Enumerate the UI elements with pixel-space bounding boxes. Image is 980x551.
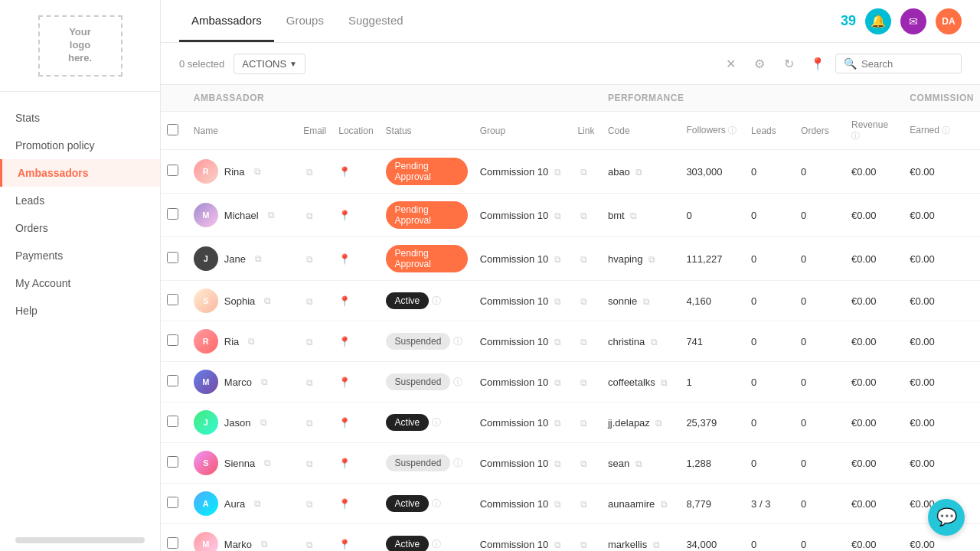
copy-code-icon[interactable]: ⧉ xyxy=(651,337,658,347)
status-badge[interactable]: Pending Approval xyxy=(386,245,468,272)
location-icon[interactable]: 📍 xyxy=(806,52,829,75)
row-checkbox[interactable] xyxy=(167,208,178,220)
row-checkbox[interactable] xyxy=(167,416,178,427)
copy-name-icon[interactable]: ⧉ xyxy=(254,166,261,177)
copy-group-icon[interactable]: ⧉ xyxy=(554,377,561,388)
bell-icon[interactable]: 🔔 xyxy=(865,8,891,34)
tab-ambassadors[interactable]: Ambassadors xyxy=(179,0,274,42)
row-checkbox[interactable] xyxy=(167,252,178,263)
copy-link-icon[interactable]: ⧉ xyxy=(580,167,587,178)
status-badge[interactable]: Pending Approval xyxy=(386,201,468,229)
copy-group-icon[interactable]: ⧉ xyxy=(554,167,561,178)
code-cell: christina ⧉ xyxy=(602,321,680,362)
copy-name-icon[interactable]: ⧉ xyxy=(255,253,262,264)
copy-link-icon[interactable]: ⧉ xyxy=(580,418,587,429)
copy-code-icon[interactable]: ⧉ xyxy=(655,418,662,429)
refresh-icon[interactable]: ↻ xyxy=(777,52,800,75)
chat-button[interactable]: 💬 xyxy=(928,499,965,536)
sidebar-item-ambassadors[interactable]: Ambassadors xyxy=(0,159,160,187)
copy-email-icon[interactable]: ⧉ xyxy=(306,296,313,307)
copy-email-icon[interactable]: ⧉ xyxy=(306,499,313,510)
search-input[interactable] xyxy=(861,58,953,70)
copy-name-icon[interactable]: ⧉ xyxy=(268,210,275,220)
status-badge[interactable]: Active xyxy=(386,495,430,512)
sidebar-item-payments[interactable]: Payments xyxy=(0,242,160,269)
copy-code-icon[interactable]: ⧉ xyxy=(653,540,660,550)
col-header-followers: Followers ⓘ xyxy=(680,112,745,150)
tab-groups[interactable]: Groups xyxy=(274,0,336,42)
close-icon[interactable]: ✕ xyxy=(719,52,742,75)
copy-email-icon[interactable]: ⧉ xyxy=(306,167,313,178)
copy-code-icon[interactable]: ⧉ xyxy=(643,296,650,307)
row-checkbox[interactable] xyxy=(167,537,178,549)
copy-group-icon[interactable]: ⧉ xyxy=(554,254,561,265)
copy-name-icon[interactable]: ⧉ xyxy=(261,377,268,387)
sidebar-item-my-account[interactable]: My Account xyxy=(0,269,160,297)
row-checkbox[interactable] xyxy=(167,375,178,386)
status-badge[interactable]: Suspended xyxy=(386,373,451,390)
copy-group-icon[interactable]: ⧉ xyxy=(554,499,561,510)
status-badge[interactable]: Suspended xyxy=(386,333,451,350)
revenue-value: €0.00 xyxy=(851,336,877,347)
row-checkbox[interactable] xyxy=(167,334,178,346)
copy-code-icon[interactable]: ⧉ xyxy=(630,210,637,221)
copy-link-icon[interactable]: ⧉ xyxy=(580,337,587,347)
select-all-checkbox[interactable] xyxy=(167,124,178,135)
copy-group-icon[interactable]: ⧉ xyxy=(554,540,561,550)
copy-email-icon[interactable]: ⧉ xyxy=(306,337,313,347)
copy-link-icon[interactable]: ⧉ xyxy=(580,254,587,265)
status-badge[interactable]: Suspended xyxy=(386,455,451,471)
copy-link-icon[interactable]: ⧉ xyxy=(580,210,587,221)
link-cell: ⧉ xyxy=(571,362,602,403)
row-checkbox-cell xyxy=(161,484,188,524)
copy-link-icon[interactable]: ⧉ xyxy=(580,296,587,307)
copy-email-icon[interactable]: ⧉ xyxy=(306,540,313,550)
row-checkbox-cell xyxy=(161,237,188,281)
avatar[interactable]: DA xyxy=(936,8,962,34)
sidebar-item-help[interactable]: Help xyxy=(0,297,160,324)
copy-link-icon[interactable]: ⧉ xyxy=(580,458,587,469)
status-badge[interactable]: Pending Approval xyxy=(386,158,468,185)
mail-icon[interactable]: ✉ xyxy=(900,8,926,34)
actions-button[interactable]: ACTIONS ▼ xyxy=(234,54,305,74)
copy-link-icon[interactable]: ⧉ xyxy=(580,377,587,388)
copy-group-icon[interactable]: ⧉ xyxy=(554,296,561,307)
copy-name-icon[interactable]: ⧉ xyxy=(264,295,271,306)
copy-email-icon[interactable]: ⧉ xyxy=(306,210,313,221)
sidebar-item-leads[interactable]: Leads xyxy=(0,187,160,214)
copy-email-icon[interactable]: ⧉ xyxy=(306,377,313,388)
copy-link-icon[interactable]: ⧉ xyxy=(580,540,587,550)
row-checkbox[interactable] xyxy=(167,165,178,176)
copy-email-icon[interactable]: ⧉ xyxy=(306,254,313,265)
status-badge[interactable]: Active xyxy=(386,536,430,551)
status-cell: Pending Approval xyxy=(380,150,474,194)
filter-icon[interactable]: ⚙ xyxy=(748,52,771,75)
copy-email-icon[interactable]: ⧉ xyxy=(306,418,313,429)
copy-name-icon[interactable]: ⧉ xyxy=(248,336,255,347)
status-badge[interactable]: Active xyxy=(386,292,430,309)
copy-name-icon[interactable]: ⧉ xyxy=(261,539,268,549)
sidebar-item-promotion-policy[interactable]: Promotion policy xyxy=(0,132,160,159)
copy-link-icon[interactable]: ⧉ xyxy=(580,499,587,510)
tab-suggested[interactable]: Suggested xyxy=(336,0,416,42)
row-checkbox[interactable] xyxy=(167,456,178,468)
row-checkbox[interactable] xyxy=(167,294,178,305)
row-checkbox[interactable] xyxy=(167,497,178,508)
sidebar-item-stats[interactable]: Stats xyxy=(0,104,160,132)
copy-group-icon[interactable]: ⧉ xyxy=(554,458,561,469)
copy-group-icon[interactable]: ⧉ xyxy=(554,337,561,347)
copy-code-icon[interactable]: ⧉ xyxy=(635,167,642,178)
copy-code-icon[interactable]: ⧉ xyxy=(661,499,668,510)
copy-name-icon[interactable]: ⧉ xyxy=(264,458,271,468)
copy-code-icon[interactable]: ⧉ xyxy=(648,254,655,265)
copy-code-icon[interactable]: ⧉ xyxy=(635,458,642,469)
copy-group-icon[interactable]: ⧉ xyxy=(554,418,561,429)
sidebar-scrollbar[interactable] xyxy=(15,537,145,543)
copy-name-icon[interactable]: ⧉ xyxy=(254,498,261,509)
sidebar-item-orders[interactable]: Orders xyxy=(0,214,160,242)
copy-code-icon[interactable]: ⧉ xyxy=(661,377,668,388)
copy-name-icon[interactable]: ⧉ xyxy=(260,417,267,428)
status-badge[interactable]: Active xyxy=(386,414,430,431)
copy-group-icon[interactable]: ⧉ xyxy=(554,210,561,221)
copy-email-icon[interactable]: ⧉ xyxy=(306,458,313,469)
